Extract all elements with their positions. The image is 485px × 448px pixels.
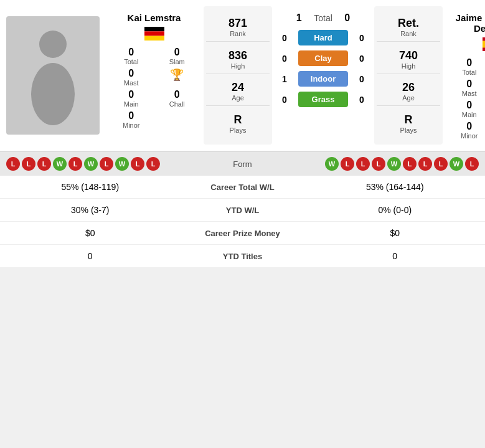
form-badge-w: W: [84, 157, 98, 171]
court-row-grass: 0 Grass 0: [278, 92, 368, 107]
form-badge-l: L: [131, 157, 144, 171]
right-player-name: Jaime Fermosell Delgado: [444, 12, 485, 34]
stat-row: 30% (3-7)YTD W/L0% (0-0): [0, 199, 485, 222]
left-minor-label: Minor: [123, 122, 140, 129]
right-rank-label: Rank: [400, 30, 417, 37]
grass-button[interactable]: Grass: [298, 92, 348, 107]
left-form-badges: LLLWLWLWLL: [6, 157, 205, 171]
stat-row-right-value: 0% (0-0): [305, 205, 486, 215]
left-flag-icon: [144, 27, 164, 41]
left-high-value: 836: [228, 49, 247, 62]
form-badge-l: L: [22, 157, 35, 171]
right-main-value: 0: [466, 100, 472, 111]
hard-button[interactable]: Hard: [298, 30, 348, 45]
form-badge-l: L: [465, 157, 479, 171]
court-row-hard: 0 Hard 0: [278, 30, 368, 45]
left-slam-label: Slam: [169, 58, 185, 65]
form-badge-l: L: [403, 157, 417, 171]
stat-row-right-value: 53% (164-144): [305, 182, 486, 192]
form-badge-w: W: [387, 157, 401, 171]
form-badge-l: L: [341, 157, 354, 171]
left-age-value: 24: [232, 81, 244, 94]
stat-row-left-value: $0: [0, 228, 181, 238]
form-badge-l: L: [68, 157, 82, 171]
right-minor-stat: 0 Minor: [450, 121, 485, 140]
form-badge-w: W: [53, 157, 67, 171]
left-total-score: 1: [291, 12, 306, 24]
left-total-value: 0: [128, 47, 134, 58]
form-badge-l: L: [6, 157, 20, 171]
left-rank-label: Rank: [230, 30, 246, 37]
total-row: 1 Total 0: [278, 12, 368, 24]
left-player-photo: [0, 6, 106, 145]
form-badge-l: L: [434, 157, 448, 171]
bottom-section: LLLWLWLWLL Form WLLLWLLLWL 55% (148-119)…: [0, 151, 485, 268]
left-plays-value: R: [234, 113, 242, 126]
clay-button[interactable]: Clay: [298, 50, 348, 66]
stat-row-right-value: $0: [305, 228, 486, 238]
hard-right-score: 0: [356, 33, 368, 43]
left-high-label: High: [231, 62, 245, 70]
right-age-label: Age: [402, 94, 415, 102]
right-high-stat: 740 High: [377, 45, 440, 74]
svg-rect-6: [483, 41, 486, 48]
right-mast-label: Mast: [462, 90, 477, 97]
left-player-info: Kai Lemstra 0 Total 0 Slam 0 Mast: [106, 6, 202, 145]
left-chall-stat: 0 Chall: [158, 89, 197, 108]
indoor-left-score: 1: [278, 74, 291, 84]
form-badge-l: L: [372, 157, 385, 171]
form-badge-l: L: [356, 157, 370, 171]
left-avatar: [6, 16, 100, 135]
indoor-button[interactable]: Indoor: [298, 71, 348, 87]
hard-left-score: 0: [278, 33, 291, 43]
left-chall-value: 0: [174, 89, 180, 100]
form-badge-w: W: [115, 157, 129, 171]
left-trophy-icon-wrapper: 🏆: [158, 68, 197, 87]
court-row-indoor: 1 Indoor 0: [278, 71, 368, 87]
left-total-label: Total: [124, 58, 138, 65]
left-plays-label: Plays: [230, 126, 247, 134]
left-center-stats: 871 Rank 836 High 24 Age R Plays: [204, 6, 272, 145]
stat-row: $0Career Prize Money$0: [0, 222, 485, 245]
form-badge-l: L: [146, 157, 160, 171]
svg-rect-4: [144, 36, 164, 41]
left-main-value: 0: [128, 89, 134, 100]
form-label: Form: [205, 160, 280, 169]
stat-row-center-label: Career Prize Money: [181, 229, 305, 238]
left-total-stat: 0 Total: [112, 47, 151, 65]
left-chall-label: Chall: [169, 100, 185, 108]
form-row: LLLWLWLWLL Form WLLLWLLLWL: [0, 152, 485, 176]
form-badge-l: L: [418, 157, 432, 171]
right-total-label: Total: [462, 69, 476, 76]
right-flag-icon: [483, 37, 486, 51]
top-section: Kai Lemstra 0 Total 0 Slam 0 Mast: [0, 0, 485, 151]
svg-rect-3: [144, 31, 164, 36]
left-silhouette: [22, 26, 84, 125]
right-total-value: 0: [466, 57, 472, 69]
left-main-label: Main: [124, 100, 139, 108]
form-badge-w: W: [450, 157, 463, 171]
form-badge-l: L: [37, 157, 51, 171]
stat-row-right-value: 0: [305, 251, 486, 261]
left-rank-stat: 871 Rank: [206, 13, 270, 42]
right-high-label: High: [402, 62, 416, 70]
left-minor-stat: 0 Minor: [112, 110, 151, 129]
stat-row-center-label: Career Total W/L: [181, 183, 305, 192]
main-container: Kai Lemstra 0 Total 0 Slam 0 Mast: [0, 0, 485, 268]
stat-row-center-label: YTD W/L: [181, 206, 305, 215]
stats-rows: 55% (148-119)Career Total W/L53% (164-14…: [0, 176, 485, 268]
stat-row-left-value: 30% (3-7): [0, 205, 181, 215]
svg-point-1: [31, 63, 75, 125]
left-stats-grid: 0 Total 0 Slam 0 Mast 🏆 0 Main: [106, 47, 202, 129]
svg-rect-2: [144, 27, 164, 31]
right-player-info: Jaime Fermosell Delgado 0 Total 0 Slam 0…: [444, 6, 485, 145]
left-age-stat: 24 Age: [206, 77, 270, 106]
left-main-stat: 0 Main: [112, 89, 151, 108]
grass-right-score: 0: [356, 95, 368, 105]
right-form-badges: WLLLWLLLWL: [280, 157, 479, 171]
courts-column: 1 Total 0 0 Hard 0 0 Clay 0 1 Indoor 0 0: [273, 6, 373, 145]
right-plays-value: R: [405, 113, 413, 126]
stat-row-left-value: 55% (148-119): [0, 182, 181, 192]
right-minor-value: 0: [466, 121, 472, 132]
right-plays-stat: R Plays: [377, 110, 440, 138]
